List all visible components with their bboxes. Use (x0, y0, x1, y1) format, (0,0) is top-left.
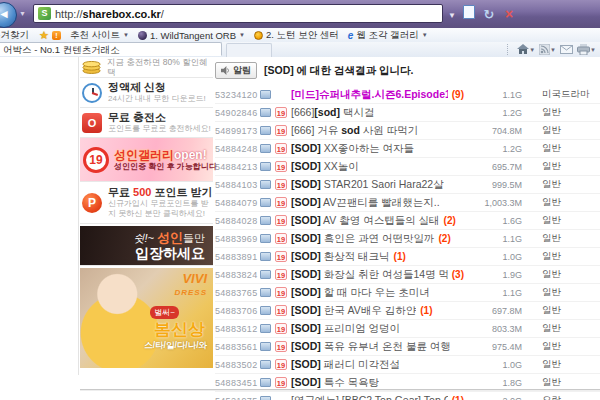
printer-icon (577, 44, 590, 55)
favorites-item-suggested-sites[interactable]: 추천 사이트 ▼ (70, 29, 129, 42)
result-size: 1.2G (464, 108, 522, 118)
result-id: 54883969 (215, 234, 260, 244)
home-button[interactable]: ▼ (517, 44, 535, 55)
ie-e-icon: e (348, 31, 354, 40)
sidebar-item-topup-discount[interactable]: 지금 충전하면 80% 할인혜택 (80, 57, 213, 78)
result-size: 1.8G (464, 378, 522, 388)
result-size: 1,003.3M (464, 198, 522, 208)
result-id: 54884248 (215, 144, 260, 154)
adult-19-badge: 19 (275, 251, 287, 262)
favorites-toolbar: 즐겨찾기 ★! 추천 사이트 ▼ 1. WildTangent ORB ▼ 2.… (0, 28, 600, 43)
sidebar-item-free-charge[interactable]: O 무료 충전소 포인트를 무료로 충전하세요! (80, 108, 213, 138)
result-id: 54883502 (215, 360, 260, 370)
result-category: 일반 (542, 178, 600, 191)
result-title-cell: [SOD] 폭유 유부녀 온천 불륜 여행 (291, 340, 464, 354)
result-title-link[interactable]: [SOD] 할 때 마다 우는 초미녀 (291, 286, 430, 300)
print-button[interactable]: ▼ (577, 44, 596, 55)
sidebar-item-subscription[interactable]: 정액제 신청 24시간 내내 무한 다운로드! (80, 78, 213, 108)
adult-banner-open: open! (174, 148, 207, 162)
result-row: 5488407919[SOD] AV끈팬티를 빨래했는지..1,003.3M일반 (215, 194, 600, 212)
result-title-link[interactable]: [666][sod] 택시걸 (291, 106, 374, 120)
result-size: 1.0G (464, 360, 522, 370)
clock-icon (82, 83, 102, 103)
favorites-item-web-slice[interactable]: e 웹 조각 갤러리 ▼ (348, 29, 428, 42)
favorites-item-wildtangent[interactable]: 1. WildTangent ORB ▼ (138, 30, 245, 41)
add-favorite-button[interactable]: ★! (39, 30, 61, 40)
result-title-cell: [SOD] 흑인은 과연 어떤맛일까(2) (291, 232, 464, 246)
result-category: 일반 (542, 322, 600, 335)
address-dropdown-icon[interactable]: ▼ (448, 11, 456, 20)
result-row: 5488410319[SOD] STAR201 Saori Hara22살999… (215, 176, 600, 194)
alert-badge: 알림 (215, 62, 257, 79)
result-row: 5488350219[SOD] 패러디 미각전설1.0G일반 (215, 356, 600, 374)
nav-history-dropdown-icon[interactable]: ▼ (19, 10, 26, 17)
result-title-link[interactable]: [SOD] 흑인은 과연 어떤맛일까 (291, 232, 435, 246)
adult-19-badge: 19 (275, 323, 287, 334)
subscription-title: 정액제 신청 (108, 81, 206, 94)
sidebar-item-free-points[interactable]: P 무료 500 포인트 받기 신규가입시 무료포인트를 받지 못하신 분만 클… (80, 182, 213, 224)
result-title-link[interactable]: [SOD] 한국 AV배우 김하얀 (291, 304, 416, 318)
file-monitor-icon (260, 126, 271, 135)
adult-text-rest: 들만 (183, 232, 205, 244)
adult-19-badge: 19 (275, 107, 287, 118)
result-category: 일반 (542, 340, 600, 353)
address-bar[interactable]: S http://sharebox.co.kr/ (33, 4, 443, 23)
adult-19-badge: 19 (275, 341, 287, 352)
brand-name: VIVI (182, 271, 207, 286)
result-row: 5488424819[SOD] XX좋아하는 여자들1.2G일반 (215, 140, 600, 158)
dress-banner-title: 봄신상 (154, 318, 205, 341)
adult-19-badge: 19 (275, 143, 287, 154)
adult-19-badge: 19 (275, 269, 287, 280)
favorites-item-label: 웹 조각 갤러리 (356, 29, 418, 42)
favorites-item-norton[interactable]: 2. 노턴 보안 센터 (254, 29, 339, 42)
divider (507, 44, 509, 55)
result-title-cell: [SOD] 프리미엄 엉덩이 (291, 322, 464, 336)
result-title-link[interactable]: [SOD] 환상적 태크닉 (291, 250, 390, 264)
result-title-link[interactable]: [SOD] XX좋아하는 여자들 (291, 142, 414, 156)
adult-19-badge: 19 (275, 125, 287, 136)
stop-icon: × (505, 6, 513, 22)
comment-count: (3) (452, 269, 464, 280)
read-mail-button[interactable] (560, 45, 573, 54)
tab-sharebox[interactable]: 어박스 - No.1 컨텐츠거래소 (0, 42, 222, 56)
result-title-link[interactable]: [SOD] 특수 목욕탕 (291, 376, 379, 390)
result-title-link[interactable]: [SOD] 프리미엄 엉덩이 (291, 322, 400, 336)
browser-title-bar: ◄ ▼ S http://sharebox.co.kr/ ▼ ↻ × (0, 0, 600, 29)
file-monitor-icon (260, 288, 271, 297)
adult-gallery-banner[interactable]: 19 성인갤러리open! 성인인증 확인 후 가능합니다 (80, 138, 213, 182)
rss-feeds-button[interactable]: ▼ (539, 44, 556, 55)
result-category: 미국드라마 (542, 88, 600, 101)
result-id: 54883706 (215, 306, 260, 316)
adult-text: 성인 (157, 230, 183, 245)
compatibility-view-button[interactable] (460, 5, 478, 23)
result-title-link[interactable]: [SOD] 화장실 취한 여성들14명 먹기 (291, 268, 448, 282)
file-monitor-icon (260, 216, 271, 225)
result-category: 일반 (542, 250, 600, 263)
file-monitor-icon (260, 342, 271, 351)
result-title-link[interactable]: [SOD] 폭유 유부녀 온천 불륜 여행 (291, 340, 451, 354)
result-id: 54884079 (215, 198, 260, 208)
result-title-link[interactable]: [666] 거유 sod 사원 따먹기 (291, 124, 418, 138)
favorites-label[interactable]: 즐겨찾기 (0, 29, 29, 42)
new-tab-button[interactable] (226, 43, 272, 57)
result-title-link[interactable]: [SOD] AV끈팬티를 빨래했는지.. (291, 196, 440, 210)
result-title-link[interactable]: [SOD] XX놀이 (291, 160, 359, 174)
result-row: 5490284619[666][sod] 택시걸1.2G일반 (215, 104, 600, 122)
back-button[interactable]: ◄ (0, 2, 17, 28)
refresh-button[interactable]: ↻ (480, 5, 498, 23)
search-result-message: [SOD] 에 대한 검색결과 입니다. (264, 64, 413, 78)
tab-bar: 어박스 - No.1 컨텐츠거래소 ▼ ▼ ▼ (0, 42, 600, 58)
vivi-dress-banner[interactable]: VIVIDRESS 벌써~ 봄신상 스/타/일/다/나/와 (80, 268, 213, 368)
adults-only-banner[interactable]: 쉿!~ 성인들만 입장하세요 (80, 226, 213, 266)
wildtangent-orb-icon (138, 31, 147, 40)
result-title-link[interactable]: [미드]슈퍼내추럴.시즌6.Episode14.720p고화질.HDTV.. (291, 88, 448, 102)
result-size: 704.8M (464, 126, 522, 136)
result-title-link[interactable]: [SOD] STAR201 Saori Hara22살 (291, 178, 444, 192)
stop-button[interactable]: × (500, 5, 518, 23)
result-id: 54902846 (215, 108, 260, 118)
url-text[interactable]: http://sharebox.co.kr/ (55, 8, 164, 20)
result-title-link[interactable]: [SOD] 패러디 미각전설 (291, 358, 400, 372)
result-title-cell: [SOD] 패러디 미각전설 (291, 358, 464, 372)
result-title-link[interactable]: [SOD] AV 촬영 여스탭들의 실태 (291, 214, 440, 228)
result-title-link[interactable]: [영국예능] [BBC2 Top Gear] Top Gear Series 1… (291, 394, 448, 400)
